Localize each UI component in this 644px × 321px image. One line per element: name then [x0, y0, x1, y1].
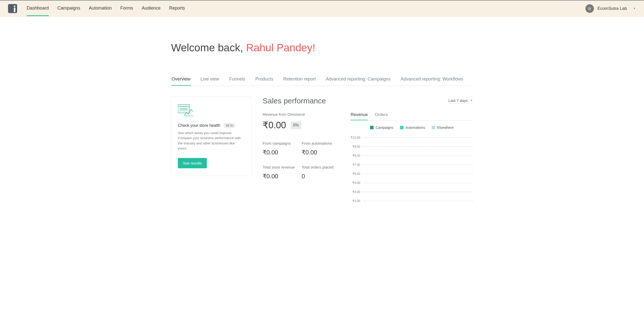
legend-automations: Automations: [400, 126, 425, 130]
y-tick: ₹5.00: [351, 181, 363, 185]
legend-label: Campaigns: [376, 126, 393, 130]
y-tick: ₹6.00: [351, 172, 363, 176]
legend-label: Automations: [406, 126, 425, 130]
legend-campaigns: Campaigns: [370, 126, 393, 130]
metric-from-campaigns: From campaigns ₹0.00: [263, 141, 299, 156]
beta-badge: BETA: [223, 123, 235, 128]
tab-funnels[interactable]: Funnels: [229, 76, 246, 86]
tab-products[interactable]: Products: [255, 76, 274, 86]
store-health-card: Check your store health BETA See which a…: [171, 97, 252, 176]
chart-legend: Campaigns Automations Elsewhere: [351, 126, 473, 130]
metrics-column: Revenue from Omnisend ₹0.00 0% From camp…: [263, 112, 338, 206]
nav-forms[interactable]: Forms: [120, 1, 133, 16]
revenue-from-omnisend-value: ₹0.00: [263, 120, 286, 131]
store-health-icon: [178, 104, 193, 117]
nav-automation[interactable]: Automation: [89, 1, 112, 16]
chart-tab-orders[interactable]: Orders: [375, 112, 388, 120]
see-results-button[interactable]: See results: [178, 158, 207, 168]
tab-adv-workflows[interactable]: Advanced reporting: Workflows: [400, 76, 464, 86]
chart-tab-revenue[interactable]: Revenue: [351, 112, 368, 120]
metric-value: ₹0.00: [263, 149, 299, 156]
chart-area: Revenue Orders Campaigns Automations: [351, 112, 473, 206]
welcome-prefix: Welcome back,: [171, 42, 246, 54]
revenue-pct-badge: 0%: [291, 122, 301, 129]
legend-label: Elsewhere: [437, 126, 454, 130]
nav-audience[interactable]: Audience: [142, 1, 160, 16]
date-range-filter[interactable]: Last 7 days ▼: [448, 98, 473, 104]
date-range-label: Last 7 days: [448, 98, 468, 103]
avatar: R: [585, 4, 594, 13]
sales-section: Sales performance Last 7 days ▼ Revenue …: [263, 97, 473, 206]
metric-label: Total store revenue: [263, 165, 299, 169]
y-tick: ₹9.00: [351, 145, 363, 148]
revenue-from-omnisend-label: Revenue from Omnisend: [263, 112, 338, 116]
app-logo-icon[interactable]: [8, 4, 17, 13]
tab-adv-campaigns[interactable]: Advanced reporting: Campaigns: [325, 76, 391, 86]
y-tick: ₹7.00: [351, 163, 363, 167]
metric-label: Total orders placed: [302, 165, 338, 169]
tab-retention[interactable]: Retention report: [283, 76, 316, 86]
metric-label: From campaigns: [263, 141, 299, 145]
primary-nav: Dashboard Campaigns Automation Forms Aud…: [27, 1, 185, 16]
legend-swatch-icon: [432, 126, 435, 129]
chevron-down-icon: ▼: [633, 7, 636, 10]
y-tick: ₹4.00: [351, 190, 363, 194]
card-title: Check your store health: [178, 123, 220, 128]
legend-swatch-icon: [400, 126, 404, 129]
metric-total-orders: Total orders placed 0: [302, 165, 338, 180]
dropdown-arrow-icon: ▼: [470, 99, 473, 102]
sales-title: Sales performance: [263, 97, 326, 105]
metric-label: From automations: [302, 141, 338, 145]
svg-rect-0: [178, 104, 189, 113]
account-menu[interactable]: R EcomSutra Lab ▼: [585, 4, 636, 13]
page-tabs: Overview Live view Funnels Products Rete…: [171, 76, 473, 86]
tab-overview[interactable]: Overview: [171, 76, 191, 86]
metric-total-revenue: Total store revenue ₹0.00: [263, 165, 299, 180]
revenue-chart: ₹10.00 ₹9.00 ₹8.00 ₹7.00 ₹6.00 ₹5.00 ₹4.…: [351, 133, 473, 206]
chart-tabs: Revenue Orders: [351, 112, 473, 121]
legend-swatch-icon: [370, 126, 374, 129]
nav-reports[interactable]: Reports: [169, 1, 185, 16]
y-tick: ₹3.00: [351, 199, 363, 203]
welcome-name: Rahul Pandey!: [246, 42, 315, 54]
card-description: See which areas you could improve. Compa…: [178, 131, 245, 151]
metric-value: ₹0.00: [263, 173, 299, 180]
y-tick: ₹10.00: [351, 136, 363, 139]
metric-value: 0: [302, 173, 338, 180]
nav-dashboard[interactable]: Dashboard: [27, 1, 49, 16]
y-tick: ₹8.00: [351, 154, 363, 157]
metric-value: ₹0.00: [302, 149, 338, 156]
tab-live-view[interactable]: Live view: [200, 76, 220, 86]
topbar: Dashboard Campaigns Automation Forms Aud…: [0, 0, 644, 17]
account-name: EcomSutra Lab: [597, 6, 627, 11]
legend-elsewhere: Elsewhere: [432, 126, 454, 130]
metric-from-automations: From automations ₹0.00: [302, 141, 338, 156]
nav-campaigns[interactable]: Campaigns: [57, 1, 80, 16]
welcome-heading: Welcome back, Rahul Pandey!: [171, 42, 473, 54]
